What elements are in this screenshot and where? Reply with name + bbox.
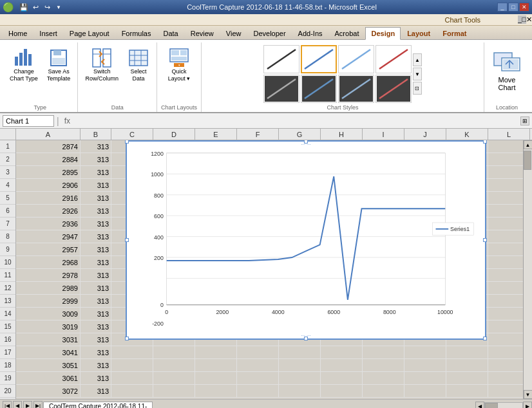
row-num-1[interactable]: 1 xyxy=(0,140,15,153)
col-header-e[interactable]: E xyxy=(195,129,237,140)
cell-k-18[interactable] xyxy=(446,359,488,372)
cell-a-11[interactable]: 2978 xyxy=(16,269,81,282)
row-num-8[interactable]: 8 xyxy=(0,230,15,243)
cell-f-18[interactable] xyxy=(237,359,279,372)
cell-e-20[interactable] xyxy=(195,385,237,398)
cell-k-17[interactable] xyxy=(446,346,488,359)
row-num-2[interactable]: 2 xyxy=(0,153,15,166)
quick-layout-btn[interactable]: ▾ QuickLayout ▾ xyxy=(165,45,194,85)
minimize-btn[interactable]: _ xyxy=(497,3,508,12)
chart-handle-tr[interactable] xyxy=(483,140,487,144)
cell-i-18[interactable] xyxy=(363,359,404,372)
cell-j-20[interactable] xyxy=(404,385,446,398)
cell-a-18[interactable]: 3051 xyxy=(16,359,81,372)
cell-d-17[interactable] xyxy=(153,346,195,359)
cell-b-14[interactable]: 313 xyxy=(81,308,111,320)
move-chart-btn[interactable]: MoveChart xyxy=(488,45,526,94)
cell-k-19[interactable] xyxy=(446,372,488,385)
cell-i-17[interactable] xyxy=(363,346,404,359)
cell-b-20[interactable]: 313 xyxy=(81,385,111,398)
expand-formula-btn[interactable]: ⊞ xyxy=(520,116,529,125)
save-quick-btn[interactable]: 💾 xyxy=(19,2,29,12)
cell-a-14[interactable]: 3009 xyxy=(16,308,81,320)
cell-a-13[interactable]: 2999 xyxy=(16,295,81,308)
cell-h-18[interactable] xyxy=(321,359,363,372)
cell-b-13[interactable]: 313 xyxy=(81,295,111,308)
row-num-12[interactable]: 12 xyxy=(0,282,15,295)
gallery-dropdown[interactable]: ⊡ xyxy=(413,82,422,95)
switch-row-column-btn[interactable]: SwitchRow/Column xyxy=(82,45,122,85)
scroll-down-btn[interactable]: ▼ xyxy=(524,390,533,399)
redo-quick-btn[interactable]: ↪ xyxy=(42,2,52,12)
row-num-13[interactable]: 13 xyxy=(0,295,15,308)
col-header-c[interactable]: C xyxy=(111,129,153,140)
cell-b-5[interactable]: 313 xyxy=(81,192,111,205)
tab-acrobat[interactable]: Acrobat xyxy=(329,27,365,39)
scroll-thumb[interactable] xyxy=(524,151,531,170)
tab-view[interactable]: View xyxy=(220,27,247,39)
sheet-prev-btn[interactable]: ◀ xyxy=(13,401,22,408)
scroll-up-btn[interactable]: ▲ xyxy=(524,140,533,149)
cell-c-17[interactable] xyxy=(111,346,153,359)
cell-a-15[interactable]: 3019 xyxy=(16,320,81,333)
cell-a-12[interactable]: 2989 xyxy=(16,282,81,295)
dropdown-arrow-qa[interactable]: ▼ xyxy=(53,2,64,12)
sheet-first-btn[interactable]: |◀ xyxy=(3,401,12,408)
col-header-g[interactable]: G xyxy=(279,129,321,140)
tab-home[interactable]: Home xyxy=(3,27,33,39)
col-header-a[interactable]: A xyxy=(16,129,81,140)
cell-j-17[interactable] xyxy=(404,346,446,359)
tab-insert[interactable]: Insert xyxy=(33,27,63,39)
row-num-16[interactable]: 16 xyxy=(0,333,15,346)
row-num-4[interactable]: 4 xyxy=(0,179,15,192)
cell-b-10[interactable]: 313 xyxy=(81,256,111,269)
close-btn[interactable]: ✕ xyxy=(519,3,529,12)
row-num-18[interactable]: 18 xyxy=(0,359,15,372)
tab-add-ins[interactable]: Add-Ins xyxy=(292,27,328,39)
row-num-17[interactable]: 17 xyxy=(0,346,15,359)
tab-page-layout[interactable]: Page Layout xyxy=(64,27,115,39)
tab-developer[interactable]: Developer xyxy=(247,27,291,39)
cell-b-3[interactable]: 313 xyxy=(81,166,111,179)
row-num-11[interactable]: 11 xyxy=(0,269,15,282)
cell-b-17[interactable]: 313 xyxy=(81,346,111,359)
cell-b-12[interactable]: 313 xyxy=(81,282,111,295)
h-scroll-right[interactable]: ▶ xyxy=(523,402,532,408)
cell-c-18[interactable] xyxy=(111,359,153,372)
cell-a-2[interactable]: 2884 xyxy=(16,153,81,166)
cell-a-20[interactable]: 3072 xyxy=(16,385,81,398)
cell-f-17[interactable] xyxy=(237,346,279,359)
cell-a-16[interactable]: 3031 xyxy=(16,333,81,346)
cell-g-19[interactable] xyxy=(279,372,321,385)
cell-b-9[interactable]: 313 xyxy=(81,243,111,256)
chart-style-3[interactable] xyxy=(338,45,374,73)
cell-a-7[interactable]: 2936 xyxy=(16,218,81,230)
tab-formulas[interactable]: Formulas xyxy=(116,27,157,39)
h-scroll-left[interactable]: ◀ xyxy=(475,402,484,408)
cell-b-6[interactable]: 313 xyxy=(81,205,111,218)
undo-quick-btn[interactable]: ↩ xyxy=(30,2,41,12)
cell-g-17[interactable] xyxy=(279,346,321,359)
row-num-5[interactable]: 5 xyxy=(0,192,15,205)
col-header-j[interactable]: J xyxy=(404,129,446,140)
cell-h-20[interactable] xyxy=(321,385,363,398)
cell-a-3[interactable]: 2895 xyxy=(16,166,81,179)
formula-input[interactable] xyxy=(75,115,518,127)
h-scroll-thumb[interactable] xyxy=(485,403,498,408)
cell-d-20[interactable] xyxy=(153,385,195,398)
cell-f-20[interactable] xyxy=(237,385,279,398)
cell-f-19[interactable] xyxy=(237,372,279,385)
cell-a-5[interactable]: 2916 xyxy=(16,192,81,205)
cell-i-20[interactable] xyxy=(363,385,404,398)
row-num-3[interactable]: 3 xyxy=(0,166,15,179)
chart-overlay[interactable]: ··· ··· ··· ··· xyxy=(126,140,486,340)
chart-handle-bm[interactable] xyxy=(304,337,308,340)
cell-b-18[interactable]: 313 xyxy=(81,359,111,372)
chart-style-6[interactable] xyxy=(301,75,337,103)
cell-a-17[interactable]: 3041 xyxy=(16,346,81,359)
row-num-6[interactable]: 6 xyxy=(0,205,15,218)
cell-h-19[interactable] xyxy=(321,372,363,385)
cell-b-1[interactable]: 313 xyxy=(81,140,111,153)
tab-data[interactable]: Data xyxy=(157,27,184,39)
tab-review[interactable]: Review xyxy=(185,27,220,39)
